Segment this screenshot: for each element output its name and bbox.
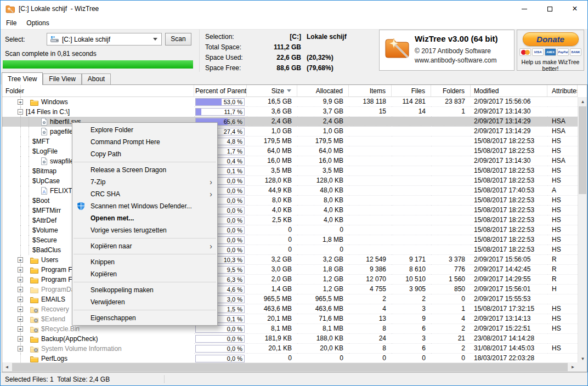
- column-header-percent-of-parent[interactable]: Percent of Parent: [194, 85, 247, 96]
- close-button[interactable]: ×: [562, 1, 587, 17]
- files-cell: 9 171: [392, 255, 431, 265]
- scroll-up-icon[interactable]: ▲: [578, 97, 587, 106]
- files-cell: [392, 245, 431, 255]
- column-header-label: Attributes: [552, 87, 578, 95]
- menu-item-verwijderen[interactable]: Verwijderen: [72, 296, 217, 308]
- attributes-cell: HSA: [547, 156, 578, 166]
- allocated-cell: 8,0 KB: [297, 196, 349, 206]
- menu-item-crc-sha[interactable]: CRC SHA›: [72, 188, 217, 200]
- donate-panel: Donate VISAAMEXPayPalBANK Help us make W…: [517, 30, 584, 71]
- folders-cell: 850: [431, 285, 471, 294]
- menu-file[interactable]: File: [1, 18, 21, 29]
- percent-bar-fill: [196, 99, 222, 105]
- scan-button[interactable]: Scan: [165, 33, 191, 46]
- drive-select-combo[interactable]: [C:] Lokale schijf: [47, 33, 162, 46]
- modified-cell: 2/09/2017 15:56:06: [471, 97, 547, 107]
- menu-item-explore-folder[interactable]: Explore Folder: [72, 124, 217, 136]
- size-cell: 128,0 KB: [247, 176, 297, 186]
- menu-item-openen-met[interactable]: Openen met...: [72, 212, 217, 224]
- menu-item-vorige-versies-terugzetten[interactable]: Vorige versies terugzetten: [72, 224, 217, 236]
- attributes-cell: HSA: [547, 127, 578, 137]
- column-header-files[interactable]: Files: [392, 85, 431, 96]
- allocated-cell: 1,8 GB: [297, 265, 349, 275]
- percent-value: 0,0 %: [227, 355, 242, 362]
- allocated-cell: 71,6 MB: [297, 314, 349, 324]
- attributes-cell: HS: [547, 235, 578, 245]
- expand-icon[interactable]: +: [18, 297, 23, 302]
- expand-icon[interactable]: +: [18, 287, 23, 292]
- menu-item-release-a-screen-dragon[interactable]: Release a Screen Dragon: [72, 164, 217, 176]
- expand-icon[interactable]: +: [18, 326, 23, 332]
- percent-value: 0,4 %: [227, 158, 242, 164]
- svg-text:A: A: [43, 189, 46, 195]
- menu-item-eigenschappen[interactable]: Eigenschappen: [72, 312, 217, 324]
- size-cell: 3,6 GB: [247, 107, 297, 117]
- folders-cell: [431, 137, 471, 146]
- menu-separator: [74, 310, 216, 310]
- vertical-scrollbar-thumb[interactable]: [579, 106, 586, 194]
- folder-label: PerfLogs: [41, 354, 67, 364]
- table-row[interactable]: +System Volume Information0,0 %20,1 KB20…: [2, 344, 578, 354]
- file-gear-icon: [41, 157, 47, 165]
- visa-icon: VISA: [532, 48, 544, 56]
- scan-progress-fill: [3, 60, 193, 69]
- collapse-icon[interactable]: −: [18, 109, 23, 115]
- menu-item-knippen[interactable]: Knippen: [72, 256, 217, 268]
- table-row[interactable]: −[14 Files in C:\]11,7 %3,6 GB3,7 GB1514…: [2, 107, 578, 117]
- expand-icon[interactable]: +: [18, 346, 23, 351]
- folder-label: $BadClus: [32, 246, 61, 255]
- table-row[interactable]: +Windows53,0 %16,5 GB9,9 GB138 118114 28…: [2, 97, 578, 107]
- maximize-button[interactable]: [537, 1, 562, 17]
- menu-item-snelkoppeling-maken[interactable]: Snelkoppeling maken: [72, 284, 217, 296]
- column-header-items[interactable]: Items: [349, 85, 392, 96]
- files-cell: [392, 146, 431, 156]
- column-header-label: Files: [411, 87, 425, 95]
- horizontal-scrollbar-thumb[interactable]: [12, 363, 568, 371]
- expand-icon[interactable]: +: [18, 277, 23, 282]
- column-header-modified[interactable]: Modified: [471, 85, 547, 96]
- expand-icon[interactable]: +: [18, 267, 23, 273]
- expand-icon[interactable]: +: [18, 306, 23, 312]
- menu-item-copy-path[interactable]: Copy Path: [72, 148, 217, 160]
- attributes-cell: HS: [547, 166, 578, 176]
- files-cell: 14: [392, 107, 431, 117]
- scroll-right-icon[interactable]: ►: [568, 362, 578, 372]
- vertical-scrollbar[interactable]: ▲ ▼: [578, 97, 587, 364]
- files-cell: [392, 196, 431, 206]
- drive-combo-value: [C:] Lokale schijf: [62, 36, 110, 43]
- column-header-attributes[interactable]: Attributes: [547, 85, 578, 96]
- menu-item-kopi-ren-naar[interactable]: Kopiëren naar›: [72, 240, 217, 252]
- donate-button[interactable]: Donate: [523, 32, 579, 46]
- menu-options[interactable]: Options: [21, 18, 54, 29]
- tab-tree-view[interactable]: Tree View: [2, 72, 43, 85]
- folders-cell: [431, 235, 471, 245]
- folder-cell: +System Volume Information: [2, 344, 194, 354]
- folder-label: $Recycle.Bin: [41, 325, 80, 334]
- menu-item-kopi-ren[interactable]: Kopiëren: [72, 268, 217, 280]
- horizontal-scrollbar[interactable]: ◄ ►: [2, 362, 578, 372]
- items-cell: [349, 127, 392, 137]
- expand-icon[interactable]: +: [18, 257, 23, 263]
- tab-file-view[interactable]: File View: [43, 73, 81, 84]
- items-cell: [349, 245, 392, 255]
- menu-item-scannen-met-windows-defender[interactable]: Scannen met Windows Defender...: [72, 200, 217, 212]
- scroll-left-icon[interactable]: ◄: [2, 362, 12, 372]
- column-header-folders[interactable]: Folders: [431, 85, 471, 96]
- column-header-folder[interactable]: Folder: [2, 85, 194, 96]
- menu-item-command-prompt-here[interactable]: Command Prompt Here: [72, 136, 217, 148]
- size-cell: 20,1 MB: [247, 314, 297, 324]
- folders-cell: 0: [431, 294, 471, 304]
- menu-item-label: Vorige versies terugzetten: [91, 226, 167, 234]
- menu-item-7-zip[interactable]: 7-Zip›: [72, 176, 217, 188]
- status-divider: [164, 375, 165, 383]
- column-header-size[interactable]: Size: [247, 85, 297, 96]
- minimize-button[interactable]: [512, 1, 537, 17]
- website-link[interactable]: www.antibody-software.com: [415, 56, 511, 65]
- expand-icon[interactable]: +: [18, 316, 23, 322]
- tab-about[interactable]: About: [82, 73, 111, 84]
- table-row[interactable]: +Backup(AppCheck)0,0 %181,9 KB188,0 KB24…: [2, 334, 578, 344]
- selection-info-row: Total Space:111,2 GB: [205, 43, 374, 53]
- expand-icon[interactable]: +: [18, 336, 23, 342]
- expand-icon[interactable]: +: [18, 99, 23, 105]
- column-header-allocated[interactable]: Allocated: [297, 85, 349, 96]
